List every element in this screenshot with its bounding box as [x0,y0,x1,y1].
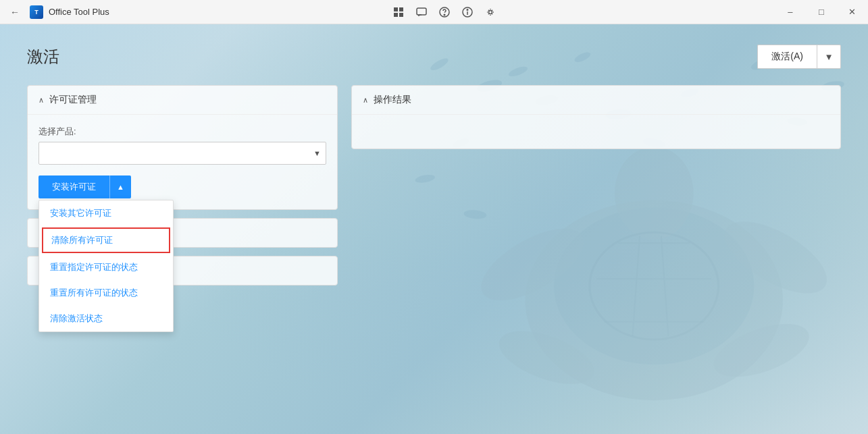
svg-point-10 [489,10,492,13]
activate-button-group: 激活(A) ▼ [757,45,841,69]
left-column: ∧ 许可证管理 选择产品: ▼ 安装许可证 ▲ [27,85,338,294]
title-bar-icons [382,3,507,22]
app-icon: T [30,5,43,19]
title-bar: ← T Office Tool Plus – □ ✕ [0,0,868,24]
settings-icon[interactable] [480,3,501,22]
dropdown-item-clear-activation[interactable]: 清除激活状态 [39,306,173,331]
activate-main-button[interactable]: 激活(A) [757,45,817,69]
install-button-group: 安装许可证 ▲ 安装其它许可证 清除所有许可证 重置指定许可证的状态 重置所有许… [39,175,326,198]
svg-rect-1 [399,7,403,11]
install-dropdown-toggle[interactable]: ▲ [109,175,131,198]
product-select-wrapper: ▼ [39,142,326,165]
right-column: ∧ 操作结果 [351,85,841,294]
content-columns: ∧ 许可证管理 选择产品: ▼ 安装许可证 ▲ [27,85,841,294]
result-panel-header: ∧ 操作结果 [352,86,840,115]
svg-rect-3 [399,13,403,17]
install-dropdown-menu: 安装其它许可证 清除所有许可证 重置指定许可证的状态 重置所有许可证的状态 清除… [39,200,174,332]
chat-icon[interactable] [411,3,432,22]
title-bar-left: ← T Office Tool Plus [0,3,115,22]
dropdown-item-clear-all[interactable]: 清除所有许可证 [42,227,170,253]
result-chevron-icon: ∧ [363,96,368,105]
result-panel-title: 操作结果 [374,94,411,106]
license-accordion-body: 选择产品: ▼ 安装许可证 ▲ 安装其它许可证 清除所有许可证 [28,115,337,209]
svg-point-6 [444,14,446,16]
page-title: 激活 [27,46,59,67]
result-panel: ∧ 操作结果 [351,85,841,149]
svg-rect-2 [394,13,398,17]
dropdown-item-install-other[interactable]: 安装其它许可证 [39,200,173,226]
app-title: Office Tool Plus [49,7,109,17]
page-header: 激活 激活(A) ▼ [27,45,841,69]
license-accordion-header[interactable]: ∧ 许可证管理 [28,86,337,115]
info-icon[interactable] [457,3,478,22]
help-icon[interactable] [434,3,455,22]
minimize-button[interactable]: – [775,0,806,24]
maximize-button[interactable]: □ [806,0,837,24]
svg-rect-4 [417,8,426,15]
result-panel-body [352,115,840,148]
install-license-button[interactable]: 安装许可证 [39,175,109,198]
main-content: 激活 激活(A) ▼ ∧ 许可证管理 选择产品: [0,24,868,434]
window-controls: – □ ✕ [775,0,868,24]
close-button[interactable]: ✕ [837,0,868,24]
activate-dropdown-button[interactable]: ▼ [817,45,841,69]
svg-rect-0 [394,7,398,11]
product-select[interactable] [39,142,326,165]
dropdown-item-reset-specific[interactable]: 重置指定许可证的状态 [39,254,173,280]
svg-point-9 [467,9,469,10]
back-button[interactable]: ← [5,3,24,22]
license-chevron-icon: ∧ [39,96,44,105]
dropdown-item-reset-all[interactable]: 重置所有许可证的状态 [39,280,173,306]
grid-icon[interactable] [388,3,409,22]
license-accordion: ∧ 许可证管理 选择产品: ▼ 安装许可证 ▲ [27,85,338,210]
license-accordion-title: 许可证管理 [49,94,97,106]
product-label: 选择产品: [39,126,326,138]
